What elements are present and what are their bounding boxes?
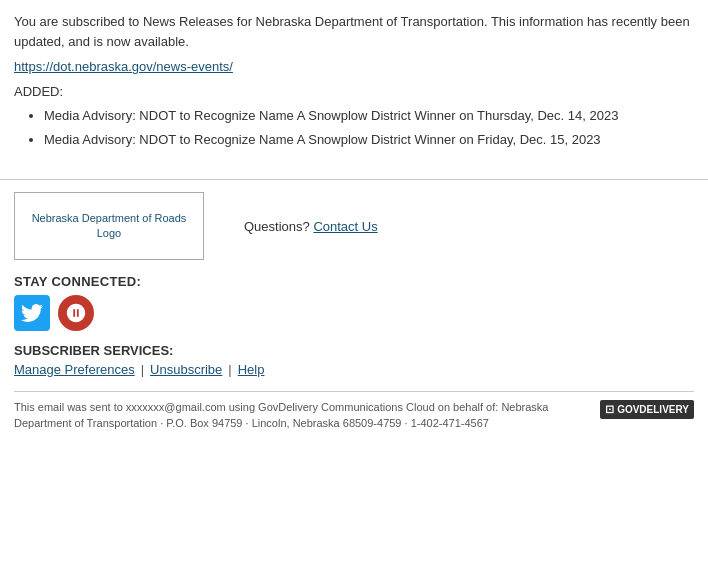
govdelivery-social-icon[interactable] [58, 295, 94, 331]
govdelivery-badge-box: ⊡ GOVDELIVERY [600, 400, 694, 419]
added-label: ADDED: [14, 84, 694, 99]
help-link[interactable]: Help [238, 362, 265, 377]
subscriber-services-label: SUBSCRIBER SERVICES: [14, 343, 694, 358]
list-item: Media Advisory: NDOT to Recognize Name A… [44, 129, 694, 151]
questions-label: Questions? [244, 219, 310, 234]
govdelivery-badge-label: GOVDELIVERY [617, 404, 689, 415]
section-divider [0, 179, 708, 180]
news-items-list: Media Advisory: NDOT to Recognize Name A… [14, 105, 694, 151]
separator-1: | [141, 362, 144, 377]
contact-us-link[interactable]: Contact Us [313, 219, 377, 234]
questions-area: Questions? Contact Us [244, 219, 378, 234]
intro-text: You are subscribed to News Releases for … [14, 12, 694, 51]
manage-preferences-link[interactable]: Manage Preferences [14, 362, 135, 377]
footer-legal-text: This email was sent to xxxxxxx@gmail.com… [14, 400, 590, 431]
social-icons-row [14, 295, 694, 331]
list-item: Media Advisory: NDOT to Recognize Name A… [44, 105, 694, 127]
govdelivery-badge-icon: ⊡ [605, 403, 614, 416]
org-logo: Nebraska Department of Roads Logo [14, 192, 204, 260]
website-link[interactable]: https://dot.nebraska.gov/news-events/ [14, 59, 233, 74]
footer-bottom: This email was sent to xxxxxxx@gmail.com… [14, 391, 694, 431]
subscriber-links-row: Manage Preferences | Unsubscribe | Help [14, 362, 694, 377]
separator-2: | [228, 362, 231, 377]
govdelivery-badge: ⊡ GOVDELIVERY [600, 400, 694, 419]
twitter-icon[interactable] [14, 295, 50, 331]
stay-connected-label: STAY CONNECTED: [14, 274, 694, 289]
unsubscribe-link[interactable]: Unsubscribe [150, 362, 222, 377]
